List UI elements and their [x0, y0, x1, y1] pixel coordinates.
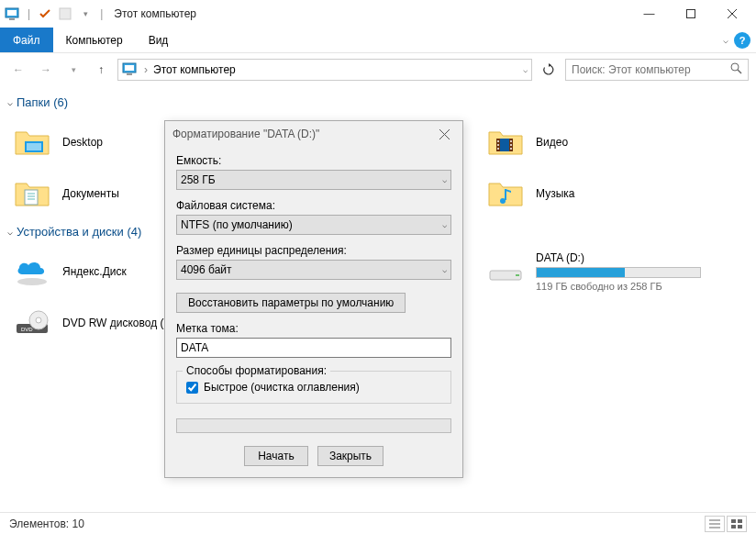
chevron-down-icon: ⌵	[442, 220, 447, 229]
ribbon-expand-icon[interactable]: ⌵	[723, 35, 728, 45]
dialog-close-button[interactable]	[433, 123, 455, 145]
device-data-drive[interactable]: DATA (D:) 119 ГБ свободно из 258 ГБ	[481, 246, 728, 297]
folder-music[interactable]: Музыка	[481, 168, 717, 219]
chevron-down-icon: ⌵	[442, 175, 447, 184]
folder-icon	[13, 174, 51, 213]
format-progress-bar	[176, 418, 451, 433]
system-icon[interactable]	[4, 5, 22, 23]
filesystem-select[interactable]: NTFS (по умолчанию)⌵	[176, 215, 451, 235]
quick-format-checkbox[interactable]: Быстрое (очистка оглавления)	[186, 381, 441, 394]
dialog-title: Форматирование "DATA (D:)"	[172, 128, 319, 140]
ribbon-tabs: Файл Компьютер Вид ⌵ ?	[0, 28, 756, 53]
folder-label: Документы	[62, 187, 119, 200]
svg-rect-7	[127, 73, 132, 75]
svg-point-20	[510, 148, 512, 150]
svg-point-16	[497, 144, 499, 146]
qat-dropdown-icon[interactable]: ▾	[76, 5, 94, 23]
drive-fill	[537, 268, 625, 277]
tab-file[interactable]: Файл	[0, 28, 53, 52]
view-icons-button[interactable]	[727, 516, 747, 532]
format-dialog: Форматирование "DATA (D:)" Емкость: 258 …	[164, 120, 463, 478]
status-bar: Элементов: 10	[0, 512, 756, 534]
qat-check-icon[interactable]	[36, 5, 54, 23]
dialog-title-bar[interactable]: Форматирование "DATA (D:)"	[165, 121, 462, 147]
chevron-down-icon: ⌵	[7, 97, 13, 107]
nav-recent-icon[interactable]: ▾	[62, 59, 84, 81]
drive-free-text: 119 ГБ свободно из 258 ГБ	[536, 281, 701, 292]
capacity-label: Емкость:	[176, 154, 451, 167]
section-folders-header[interactable]: ⌵ Папки (6)	[7, 95, 749, 109]
volume-label-label: Метка тома:	[176, 322, 451, 335]
svg-rect-2	[9, 18, 15, 20]
dvd-drive-icon: DVD	[13, 304, 51, 342]
folder-label: Видео	[536, 136, 568, 149]
format-options-group: Способы форматирования: Быстрое (очистка…	[176, 371, 451, 404]
close-button[interactable]	[711, 1, 752, 27]
title-bar: | ▾ | Этот компьютер —	[0, 0, 756, 28]
svg-point-17	[497, 148, 499, 150]
address-bar: ← → ▾ ↑ › Этот компьютер ⌵	[0, 53, 756, 86]
tab-computer[interactable]: Компьютер	[53, 28, 136, 52]
svg-rect-1	[7, 10, 17, 16]
filesystem-label: Файловая система:	[176, 199, 451, 212]
svg-point-18	[510, 140, 512, 142]
svg-point-15	[497, 140, 499, 142]
folder-label: Desktop	[62, 136, 103, 149]
search-input[interactable]	[572, 63, 730, 76]
quick-format-input[interactable]	[186, 382, 198, 394]
capacity-select[interactable]: 258 ГБ⌵	[176, 170, 451, 190]
svg-rect-37	[738, 519, 742, 523]
section-devices-label: Устройства и диски (4)	[17, 225, 141, 239]
separator: |	[28, 7, 30, 20]
volume-label-input[interactable]	[176, 338, 451, 358]
svg-point-26	[17, 278, 47, 285]
restore-defaults-button[interactable]: Восстановить параметры по умолчанию	[176, 293, 406, 313]
search-icon[interactable]	[730, 62, 742, 77]
svg-rect-11	[27, 143, 41, 150]
help-icon[interactable]: ?	[734, 32, 750, 49]
qat-blank-icon[interactable]	[56, 5, 74, 23]
search-box[interactable]	[565, 59, 749, 81]
folder-icon	[486, 123, 525, 161]
svg-point-32	[36, 317, 41, 323]
svg-rect-36	[731, 519, 736, 523]
view-details-button[interactable]	[705, 516, 725, 532]
address-text: Этот компьютер	[153, 63, 517, 76]
svg-point-8	[731, 63, 739, 71]
svg-line-9	[738, 70, 741, 73]
svg-rect-21	[25, 190, 38, 205]
chevron-down-icon: ⌵	[7, 227, 13, 237]
svg-point-19	[510, 144, 512, 146]
close-button[interactable]: Закрыть	[317, 446, 384, 466]
address-box[interactable]: › Этот компьютер ⌵	[117, 59, 532, 81]
nav-up-button[interactable]: ↑	[90, 59, 112, 81]
address-dropdown-icon[interactable]: ⌵	[523, 65, 528, 74]
svg-rect-28	[516, 274, 519, 276]
tab-view[interactable]: Вид	[136, 28, 182, 52]
chevron-right-icon: ›	[144, 63, 148, 76]
section-folders-label: Папки (6)	[17, 95, 68, 109]
drive-usage-bar	[536, 267, 701, 278]
folder-icon	[13, 123, 51, 161]
nav-forward-button[interactable]: →	[35, 59, 57, 81]
maximize-button[interactable]	[670, 1, 711, 27]
refresh-button[interactable]	[538, 59, 560, 81]
device-label: Яндекс.Диск	[62, 265, 127, 278]
nav-back-button[interactable]: ←	[7, 59, 29, 81]
start-button[interactable]: Начать	[244, 446, 308, 466]
folder-video[interactable]: Видео	[481, 117, 717, 168]
svg-rect-6	[125, 65, 134, 71]
minimize-button[interactable]: —	[628, 1, 670, 27]
allocation-select[interactable]: 4096 байт⌵	[176, 260, 451, 280]
separator: |	[100, 7, 103, 20]
computer-icon	[122, 61, 139, 79]
device-label: DVD RW дисковод (G:)	[62, 317, 179, 329]
svg-rect-39	[738, 525, 742, 528]
format-options-legend: Способы форматирования:	[183, 364, 330, 377]
svg-rect-4	[686, 10, 695, 18]
svg-rect-3	[60, 8, 71, 19]
chevron-down-icon: ⌵	[442, 265, 447, 274]
cloud-disk-icon	[13, 252, 51, 291]
svg-text:DVD: DVD	[21, 327, 33, 332]
folder-label: Музыка	[536, 187, 574, 200]
